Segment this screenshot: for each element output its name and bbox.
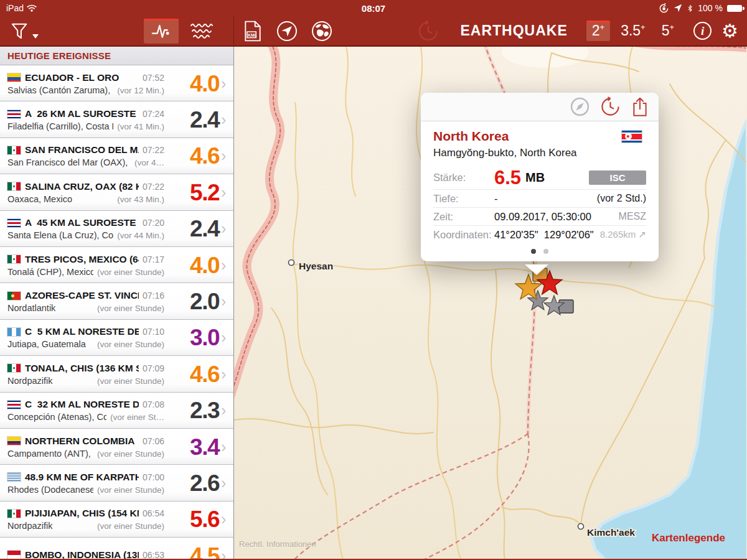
event-magnitude: 4.5 bbox=[164, 544, 219, 559]
earthquake-list-item[interactable]: BOMBO, INDONESIA (13KM E) 06:53 4.5 bbox=[0, 538, 233, 559]
event-title: C 5 KM AL NORESTE DE JU… bbox=[25, 326, 139, 337]
event-time: 07:00 bbox=[143, 472, 164, 482]
kml-export-button[interactable]: KML bbox=[244, 21, 261, 42]
earthquake-list-item[interactable]: ECUADOR - EL ORO 07:52 Salvias (Cantón Z… bbox=[0, 65, 233, 101]
event-magnitude: 4.0 bbox=[164, 72, 219, 95]
popup-share-button[interactable] bbox=[631, 96, 649, 117]
time-value: 09.09.2017, 05:30:00 bbox=[494, 211, 591, 223]
event-relative-time: (vor 12 Min.) bbox=[117, 86, 164, 95]
country-flag-icon bbox=[7, 328, 21, 336]
filter-funnel-icon bbox=[10, 21, 30, 41]
coords-value: 41°20'35" 129°02'06" bbox=[494, 229, 594, 241]
popup-page-dots[interactable] bbox=[433, 243, 646, 256]
locate-me-button[interactable] bbox=[276, 21, 298, 42]
list-section-header: HEUTIGE EREIGNISSE bbox=[0, 47, 233, 65]
country-flag-icon bbox=[7, 510, 21, 518]
earthquake-list-item[interactable]: TONALA, CHIS (136 KM SW) 07:09 Nordpazif… bbox=[0, 356, 233, 392]
earthquake-list-item[interactable]: C 5 KM AL NORESTE DE JU… 07:10 Jutiapa, … bbox=[0, 320, 233, 356]
settings-button[interactable]: ⚙ bbox=[721, 22, 738, 40]
status-bar: iPad 08:07 100 % bbox=[0, 0, 747, 16]
country-flag-icon bbox=[7, 146, 21, 154]
marker-gray-square[interactable] bbox=[559, 300, 573, 313]
waves-icon bbox=[190, 22, 213, 40]
event-title: BOMBO, INDONESIA (13KM E) bbox=[25, 549, 139, 559]
depth-ago: (vor 2 Std.) bbox=[597, 193, 646, 204]
event-magnitude: 5.6 bbox=[164, 508, 219, 531]
event-relative-time: (vor einer Stunde) bbox=[97, 304, 164, 313]
bluetooth-icon bbox=[687, 4, 693, 13]
bearing-arrow-icon: ↗ bbox=[638, 229, 646, 240]
event-list: ECUADOR - EL ORO 07:52 Salvias (Cantón Z… bbox=[0, 65, 233, 559]
earthquake-list-item[interactable]: A 26 KM AL SUROESTE DE… 07:24 Filadelfia… bbox=[0, 101, 233, 138]
event-location: Rhodes (Dodecanese), Greece bbox=[7, 485, 93, 495]
earthquake-list-item[interactable]: A 45 KM AL SUROESTE DE… 07:20 Santa Elen… bbox=[0, 211, 233, 247]
chevron-right-icon bbox=[219, 330, 228, 345]
country-flag-icon bbox=[7, 364, 21, 372]
popup-toolbar bbox=[421, 93, 659, 121]
event-time: 07:22 bbox=[143, 145, 164, 155]
earthquake-list-item[interactable]: SALINA CRUZ, OAX (82 KM SE) 07:22 Oaxaca… bbox=[0, 174, 233, 210]
rotation-lock-icon bbox=[659, 3, 669, 14]
event-magnitude: 2.4 bbox=[164, 108, 219, 131]
chevron-right-icon bbox=[219, 294, 228, 309]
country-flag-icon bbox=[7, 473, 21, 481]
tsunami-view-toggle-button[interactable] bbox=[185, 19, 218, 43]
event-title: TONALA, CHIS (136 KM SW) bbox=[25, 363, 139, 374]
history-clock-icon bbox=[600, 96, 621, 117]
event-title: PIJIJIAPAN, CHIS (154 KM SW) bbox=[25, 508, 139, 519]
event-title: NORTHERN COLOMBIA bbox=[25, 436, 139, 447]
country-flag-icon bbox=[7, 255, 21, 263]
earthquake-list-item[interactable]: 48.9 KM NE OF KARPATHOS 07:00 Rhodes (Do… bbox=[0, 465, 233, 501]
country-flag-icon bbox=[7, 437, 21, 445]
chevron-right-icon bbox=[219, 76, 228, 91]
earthquake-list-item[interactable]: AZORES-CAPE ST. VINCENT… 07:16 Nordatlan… bbox=[0, 283, 233, 319]
country-flag-icon bbox=[7, 110, 21, 118]
event-magnitude: 4.6 bbox=[164, 363, 219, 386]
earthquake-list-item[interactable]: NORTHERN COLOMBIA 07:06 Campamento (ANT)… bbox=[0, 429, 233, 465]
event-magnitude: 5.2 bbox=[164, 181, 219, 204]
history-button-disabled[interactable] bbox=[418, 21, 439, 42]
popup-coords-row: Koordinaten: 41°20'35" 129°02'06" 8.265k… bbox=[433, 225, 646, 243]
map-legend-link[interactable]: Kartenlegende bbox=[652, 532, 725, 544]
event-time: 07:17 bbox=[143, 254, 164, 264]
map-pane[interactable]: Hyesan Kimch'aek Rechtl. Informationen K… bbox=[234, 47, 747, 559]
earthquake-list-item[interactable]: C 32 KM AL NORESTE DE T… 07:08 Concepció… bbox=[0, 393, 233, 429]
magnitude-label: Stärke: bbox=[433, 172, 494, 184]
event-title: A 26 KM AL SUROESTE DE… bbox=[25, 108, 139, 119]
event-relative-time: (vor einer Stunde) bbox=[97, 268, 164, 277]
magnitude-filter-2plus[interactable]: 2+ bbox=[586, 21, 610, 41]
magnitude-filter-3.5plus[interactable]: 3.5+ bbox=[615, 21, 651, 41]
info-icon: i bbox=[693, 22, 712, 40]
earthquake-list-item[interactable]: TRES PICOS, MEXICO (64KM… 07:17 Tonalá (… bbox=[0, 247, 233, 283]
popup-time-row: Zeit: 09.09.2017, 05:30:00 MESZ bbox=[433, 207, 646, 225]
chevron-right-icon bbox=[219, 403, 228, 418]
chevron-right-icon bbox=[219, 548, 228, 559]
source-badge[interactable]: ISC bbox=[589, 170, 646, 185]
map-attribution[interactable]: Rechtl. Informationen bbox=[239, 539, 316, 549]
country-flag-icon bbox=[7, 292, 21, 300]
chevron-right-icon bbox=[219, 221, 228, 236]
popup-history-button[interactable] bbox=[600, 96, 621, 117]
filter-button[interactable] bbox=[10, 21, 39, 41]
magnitude-filter-5plus[interactable]: 5+ bbox=[656, 21, 680, 41]
kml-file-icon: KML bbox=[244, 21, 261, 42]
event-magnitude: 2.4 bbox=[164, 217, 219, 240]
earthquake-list-item[interactable]: PIJIJIAPAN, CHIS (154 KM SW) 06:54 Nordp… bbox=[0, 502, 233, 538]
event-relative-time: (vor 44 Min.) bbox=[117, 231, 164, 240]
list-view-toggle-button[interactable] bbox=[144, 19, 179, 44]
locate-arrow-circle-icon bbox=[276, 21, 298, 42]
world-map-button[interactable] bbox=[311, 21, 332, 42]
event-title: C 32 KM AL NORESTE DE T… bbox=[25, 399, 139, 410]
event-location: Oaxaca, Mexico bbox=[7, 194, 113, 204]
info-button[interactable]: i bbox=[693, 22, 712, 40]
compass-icon bbox=[570, 97, 590, 116]
popup-compass-button[interactable] bbox=[570, 97, 590, 116]
event-magnitude: 2.0 bbox=[164, 290, 219, 313]
event-location: Nordatlantik bbox=[7, 303, 93, 313]
event-time: 07:22 bbox=[143, 182, 164, 192]
event-title: 48.9 KM NE OF KARPATHOS bbox=[25, 472, 139, 483]
event-time: 07:10 bbox=[143, 327, 164, 337]
city-dot-kimchaek bbox=[578, 524, 584, 530]
earthquake-list-item[interactable]: SAN FRANCISCO DEL MAR,… 07:22 San Franci… bbox=[0, 138, 233, 174]
chevron-right-icon bbox=[219, 148, 228, 164]
